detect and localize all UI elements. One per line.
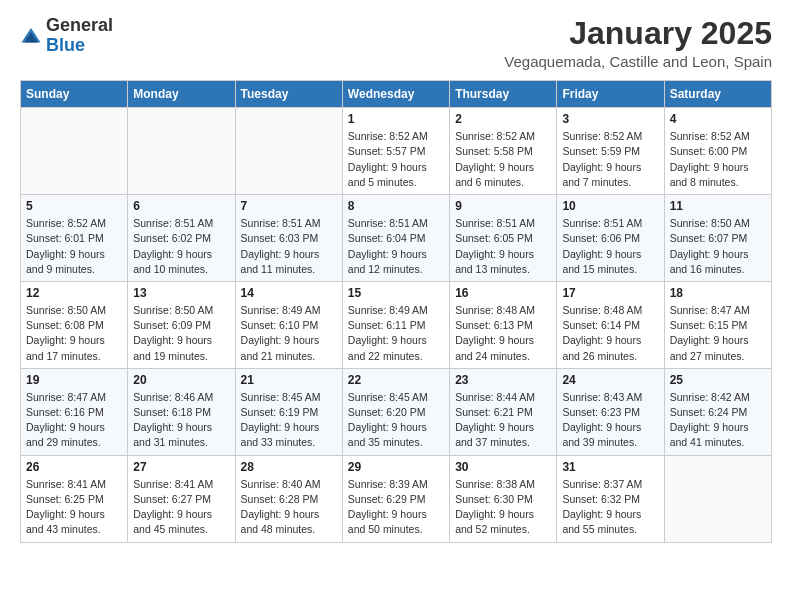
day-cell: 18Sunrise: 8:47 AM Sunset: 6:15 PM Dayli… — [664, 281, 771, 368]
day-cell: 6Sunrise: 8:51 AM Sunset: 6:02 PM Daylig… — [128, 195, 235, 282]
day-number: 14 — [241, 286, 337, 300]
day-cell: 24Sunrise: 8:43 AM Sunset: 6:23 PM Dayli… — [557, 368, 664, 455]
day-number: 13 — [133, 286, 229, 300]
day-detail: Sunrise: 8:47 AM Sunset: 6:16 PM Dayligh… — [26, 390, 122, 451]
logo-text: General Blue — [46, 16, 113, 56]
day-cell: 4Sunrise: 8:52 AM Sunset: 6:00 PM Daylig… — [664, 108, 771, 195]
day-number: 28 — [241, 460, 337, 474]
day-detail: Sunrise: 8:38 AM Sunset: 6:30 PM Dayligh… — [455, 477, 551, 538]
day-cell: 25Sunrise: 8:42 AM Sunset: 6:24 PM Dayli… — [664, 368, 771, 455]
day-cell: 31Sunrise: 8:37 AM Sunset: 6:32 PM Dayli… — [557, 455, 664, 542]
day-number: 30 — [455, 460, 551, 474]
day-detail: Sunrise: 8:49 AM Sunset: 6:11 PM Dayligh… — [348, 303, 444, 364]
day-detail: Sunrise: 8:45 AM Sunset: 6:19 PM Dayligh… — [241, 390, 337, 451]
day-number: 31 — [562, 460, 658, 474]
day-detail: Sunrise: 8:52 AM Sunset: 5:58 PM Dayligh… — [455, 129, 551, 190]
day-cell: 5Sunrise: 8:52 AM Sunset: 6:01 PM Daylig… — [21, 195, 128, 282]
day-number: 2 — [455, 112, 551, 126]
day-cell: 1Sunrise: 8:52 AM Sunset: 5:57 PM Daylig… — [342, 108, 449, 195]
day-number: 25 — [670, 373, 766, 387]
day-detail: Sunrise: 8:51 AM Sunset: 6:06 PM Dayligh… — [562, 216, 658, 277]
week-row-3: 12Sunrise: 8:50 AM Sunset: 6:08 PM Dayli… — [21, 281, 772, 368]
day-number: 17 — [562, 286, 658, 300]
week-row-5: 26Sunrise: 8:41 AM Sunset: 6:25 PM Dayli… — [21, 455, 772, 542]
day-cell: 13Sunrise: 8:50 AM Sunset: 6:09 PM Dayli… — [128, 281, 235, 368]
day-number: 1 — [348, 112, 444, 126]
day-detail: Sunrise: 8:51 AM Sunset: 6:04 PM Dayligh… — [348, 216, 444, 277]
day-cell: 3Sunrise: 8:52 AM Sunset: 5:59 PM Daylig… — [557, 108, 664, 195]
page-subtitle: Vegaquemada, Castille and Leon, Spain — [504, 53, 772, 70]
day-cell: 22Sunrise: 8:45 AM Sunset: 6:20 PM Dayli… — [342, 368, 449, 455]
day-number: 20 — [133, 373, 229, 387]
day-number: 5 — [26, 199, 122, 213]
day-cell: 19Sunrise: 8:47 AM Sunset: 6:16 PM Dayli… — [21, 368, 128, 455]
day-detail: Sunrise: 8:37 AM Sunset: 6:32 PM Dayligh… — [562, 477, 658, 538]
day-detail: Sunrise: 8:51 AM Sunset: 6:05 PM Dayligh… — [455, 216, 551, 277]
day-number: 6 — [133, 199, 229, 213]
day-detail: Sunrise: 8:49 AM Sunset: 6:10 PM Dayligh… — [241, 303, 337, 364]
day-number: 23 — [455, 373, 551, 387]
day-cell: 8Sunrise: 8:51 AM Sunset: 6:04 PM Daylig… — [342, 195, 449, 282]
day-cell: 16Sunrise: 8:48 AM Sunset: 6:13 PM Dayli… — [450, 281, 557, 368]
day-number: 18 — [670, 286, 766, 300]
header-cell-monday: Monday — [128, 81, 235, 108]
day-detail: Sunrise: 8:46 AM Sunset: 6:18 PM Dayligh… — [133, 390, 229, 451]
day-cell: 28Sunrise: 8:40 AM Sunset: 6:28 PM Dayli… — [235, 455, 342, 542]
day-detail: Sunrise: 8:41 AM Sunset: 6:27 PM Dayligh… — [133, 477, 229, 538]
day-cell: 30Sunrise: 8:38 AM Sunset: 6:30 PM Dayli… — [450, 455, 557, 542]
day-cell: 23Sunrise: 8:44 AM Sunset: 6:21 PM Dayli… — [450, 368, 557, 455]
day-number: 12 — [26, 286, 122, 300]
day-cell — [21, 108, 128, 195]
day-number: 8 — [348, 199, 444, 213]
header-cell-friday: Friday — [557, 81, 664, 108]
day-cell: 10Sunrise: 8:51 AM Sunset: 6:06 PM Dayli… — [557, 195, 664, 282]
header-row: SundayMondayTuesdayWednesdayThursdayFrid… — [21, 81, 772, 108]
day-number: 29 — [348, 460, 444, 474]
day-number: 10 — [562, 199, 658, 213]
day-detail: Sunrise: 8:45 AM Sunset: 6:20 PM Dayligh… — [348, 390, 444, 451]
day-number: 27 — [133, 460, 229, 474]
day-detail: Sunrise: 8:43 AM Sunset: 6:23 PM Dayligh… — [562, 390, 658, 451]
header-cell-saturday: Saturday — [664, 81, 771, 108]
day-cell: 11Sunrise: 8:50 AM Sunset: 6:07 PM Dayli… — [664, 195, 771, 282]
day-cell: 26Sunrise: 8:41 AM Sunset: 6:25 PM Dayli… — [21, 455, 128, 542]
header-cell-wednesday: Wednesday — [342, 81, 449, 108]
header-cell-tuesday: Tuesday — [235, 81, 342, 108]
day-cell: 21Sunrise: 8:45 AM Sunset: 6:19 PM Dayli… — [235, 368, 342, 455]
day-cell: 12Sunrise: 8:50 AM Sunset: 6:08 PM Dayli… — [21, 281, 128, 368]
day-number: 22 — [348, 373, 444, 387]
page-title: January 2025 — [504, 16, 772, 51]
day-detail: Sunrise: 8:41 AM Sunset: 6:25 PM Dayligh… — [26, 477, 122, 538]
day-detail: Sunrise: 8:51 AM Sunset: 6:02 PM Dayligh… — [133, 216, 229, 277]
day-number: 21 — [241, 373, 337, 387]
day-cell: 14Sunrise: 8:49 AM Sunset: 6:10 PM Dayli… — [235, 281, 342, 368]
day-cell: 29Sunrise: 8:39 AM Sunset: 6:29 PM Dayli… — [342, 455, 449, 542]
day-number: 9 — [455, 199, 551, 213]
week-row-2: 5Sunrise: 8:52 AM Sunset: 6:01 PM Daylig… — [21, 195, 772, 282]
day-number: 19 — [26, 373, 122, 387]
day-number: 4 — [670, 112, 766, 126]
day-number: 24 — [562, 373, 658, 387]
day-cell — [235, 108, 342, 195]
page-header: General Blue January 2025 Vegaquemada, C… — [20, 16, 772, 70]
header-cell-sunday: Sunday — [21, 81, 128, 108]
week-row-1: 1Sunrise: 8:52 AM Sunset: 5:57 PM Daylig… — [21, 108, 772, 195]
title-block: January 2025 Vegaquemada, Castille and L… — [504, 16, 772, 70]
day-detail: Sunrise: 8:50 AM Sunset: 6:07 PM Dayligh… — [670, 216, 766, 277]
day-cell: 15Sunrise: 8:49 AM Sunset: 6:11 PM Dayli… — [342, 281, 449, 368]
logo-icon — [20, 25, 42, 47]
week-row-4: 19Sunrise: 8:47 AM Sunset: 6:16 PM Dayli… — [21, 368, 772, 455]
day-detail: Sunrise: 8:47 AM Sunset: 6:15 PM Dayligh… — [670, 303, 766, 364]
day-number: 15 — [348, 286, 444, 300]
day-cell: 2Sunrise: 8:52 AM Sunset: 5:58 PM Daylig… — [450, 108, 557, 195]
day-number: 16 — [455, 286, 551, 300]
day-detail: Sunrise: 8:48 AM Sunset: 6:13 PM Dayligh… — [455, 303, 551, 364]
day-detail: Sunrise: 8:52 AM Sunset: 5:59 PM Dayligh… — [562, 129, 658, 190]
day-detail: Sunrise: 8:44 AM Sunset: 6:21 PM Dayligh… — [455, 390, 551, 451]
day-cell — [664, 455, 771, 542]
calendar-body: 1Sunrise: 8:52 AM Sunset: 5:57 PM Daylig… — [21, 108, 772, 542]
header-cell-thursday: Thursday — [450, 81, 557, 108]
day-detail: Sunrise: 8:50 AM Sunset: 6:08 PM Dayligh… — [26, 303, 122, 364]
day-cell — [128, 108, 235, 195]
day-cell: 7Sunrise: 8:51 AM Sunset: 6:03 PM Daylig… — [235, 195, 342, 282]
